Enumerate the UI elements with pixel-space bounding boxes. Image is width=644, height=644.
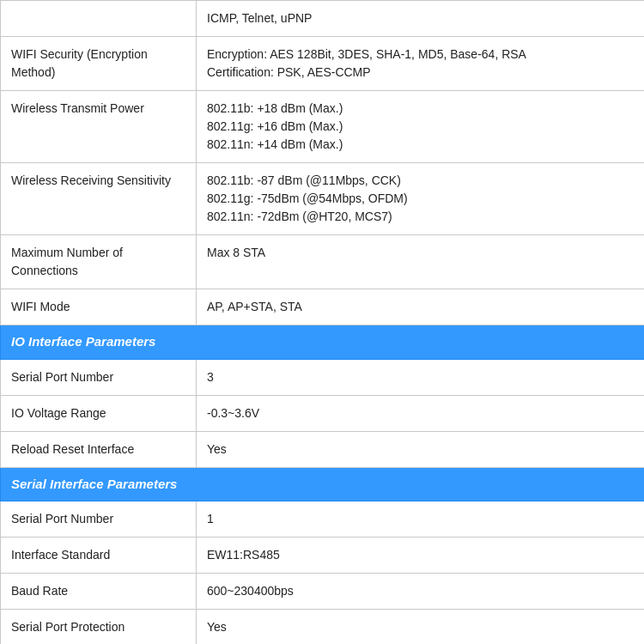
- section-header-row: IO Interface Parameters: [1, 325, 645, 360]
- table-row: Serial Port Number3: [1, 359, 645, 395]
- row-label: Wireless Transmit Power: [1, 91, 197, 163]
- row-value: 3: [197, 359, 645, 395]
- row-value: -0.3~3.6V: [197, 395, 645, 431]
- section-header-label: IO Interface Parameters: [11, 334, 155, 349]
- row-label: WIFI Security (Encryption Method): [1, 37, 197, 91]
- section-header-label: Serial Interface Parameters: [11, 477, 177, 491]
- row-value: Yes: [197, 610, 645, 645]
- row-label: IO Voltage Range: [1, 395, 197, 431]
- row-label: Serial Port Number: [1, 359, 197, 395]
- table-row: Interface StandardEW11:RS485: [1, 538, 645, 574]
- row-value: EW11:RS485: [197, 538, 645, 574]
- row-label: Maximum Number of Connections: [1, 235, 197, 289]
- table-row: ICMP, Telnet, uPNP: [1, 1, 645, 37]
- section-header-row: Serial Interface Parameters: [1, 467, 645, 501]
- spec-table: ICMP, Telnet, uPNPWIFI Security (Encrypt…: [0, 0, 644, 644]
- spec-table-container: ICMP, Telnet, uPNPWIFI Security (Encrypt…: [0, 0, 644, 644]
- row-value: 1: [197, 501, 645, 538]
- table-row: Wireless Receiving Sensitivity802.11b: -…: [1, 163, 645, 235]
- table-row: Maximum Number of ConnectionsMax 8 STA: [1, 235, 645, 289]
- table-row: Serial Port ProtectionYes: [1, 610, 645, 645]
- row-label: Wireless Receiving Sensitivity: [1, 163, 197, 235]
- row-value: 802.11b: -87 dBm (@11Mbps, CCK)802.11g: …: [197, 163, 645, 235]
- row-value: AP, AP+STA, STA: [197, 289, 645, 325]
- table-row: IO Voltage Range-0.3~3.6V: [1, 395, 645, 431]
- table-row: Baud Rate600~230400bps: [1, 574, 645, 610]
- row-label: [1, 1, 197, 37]
- table-row: Wireless Transmit Power802.11b: +18 dBm …: [1, 91, 645, 163]
- row-value: Encryption: AES 128Bit, 3DES, SHA-1, MD5…: [197, 37, 645, 91]
- table-row: Serial Port Number1: [1, 501, 645, 538]
- row-label: Serial Port Protection: [1, 610, 197, 645]
- row-value: ICMP, Telnet, uPNP: [197, 1, 645, 37]
- table-row: Reload Reset InterfaceYes: [1, 431, 645, 467]
- row-label: Serial Port Number: [1, 501, 197, 538]
- row-value: Yes: [197, 431, 645, 467]
- section-header-cell: Serial Interface Parameters: [1, 467, 645, 501]
- row-value: 802.11b: +18 dBm (Max.)802.11g: +16 dBm …: [197, 91, 645, 163]
- row-label: Interface Standard: [1, 538, 197, 574]
- row-value: 600~230400bps: [197, 574, 645, 610]
- table-row: WIFI Security (Encryption Method)Encrypt…: [1, 37, 645, 91]
- row-label: Baud Rate: [1, 574, 197, 610]
- row-label: WIFI Mode: [1, 289, 197, 325]
- row-value: Max 8 STA: [197, 235, 645, 289]
- section-header-cell: IO Interface Parameters: [1, 325, 645, 360]
- row-label: Reload Reset Interface: [1, 431, 197, 467]
- table-row: WIFI ModeAP, AP+STA, STA: [1, 289, 645, 325]
